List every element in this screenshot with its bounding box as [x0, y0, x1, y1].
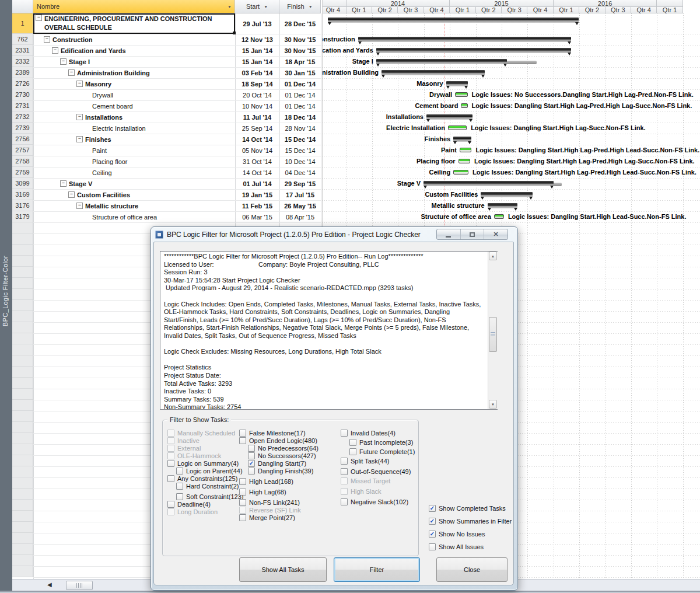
task-name-cell[interactable]: −Custom Facilities [33, 189, 235, 200]
task-start-cell[interactable]: 03 Feb '14 [235, 67, 279, 78]
checkbox-checked[interactable]: ✓ [429, 518, 436, 525]
task-name-cell[interactable]: Paint [33, 145, 235, 156]
task-start-cell[interactable]: 29 Jul '13 [235, 13, 279, 34]
task-start-cell[interactable]: 19 Jan '15 [235, 189, 279, 200]
task-name-cell[interactable]: Cement board [33, 100, 235, 111]
corner-header-cell[interactable] [12, 0, 33, 13]
task-finish-cell[interactable]: 01 Dec '14 [279, 78, 321, 89]
maximize-button[interactable] [461, 229, 485, 239]
checkbox[interactable] [341, 468, 348, 475]
task-finish-cell[interactable]: 30 Nov '15 [279, 34, 321, 45]
summary-bar[interactable] [446, 81, 468, 86]
checkbox[interactable] [239, 430, 246, 437]
checkbox[interactable] [239, 437, 246, 444]
row-id-cell[interactable]: 1 [12, 13, 33, 34]
checkbox-checked[interactable]: ✓ [429, 505, 436, 512]
row-id-cell[interactable]: 3099 [12, 178, 33, 189]
task-finish-cell[interactable]: 04 Dec '14 [279, 167, 321, 178]
minimize-button[interactable] [437, 229, 461, 239]
summary-bar[interactable] [376, 59, 507, 64]
task-finish-cell[interactable]: 29 Sep '15 [279, 178, 321, 189]
checkbox[interactable] [248, 452, 255, 459]
task-name-cell[interactable]: Drywall [33, 89, 235, 100]
task-bar[interactable] [494, 214, 504, 219]
task-bar[interactable] [453, 170, 468, 175]
checkbox[interactable] [167, 501, 174, 508]
checkbox[interactable] [239, 478, 246, 485]
row-id-cell[interactable]: 2731 [12, 100, 33, 111]
summary-bar[interactable] [424, 181, 553, 186]
task-finish-cell[interactable]: 08 Apr '15 [279, 211, 321, 222]
task-name-cell[interactable]: Structure of office area [33, 211, 235, 222]
task-name-cell[interactable]: Placing floor [33, 156, 235, 167]
collapse-icon[interactable]: − [76, 136, 83, 142]
task-start-cell[interactable]: 14 Oct '14 [235, 167, 279, 178]
task-finish-cell[interactable]: 17 Jul '15 [279, 189, 321, 200]
collapse-icon[interactable]: − [68, 191, 75, 198]
collapse-icon[interactable]: − [60, 58, 66, 65]
task-name-cell[interactable]: Ceiling [33, 167, 235, 178]
task-bar[interactable] [459, 159, 470, 163]
summary-bar[interactable] [382, 70, 485, 75]
task-start-cell[interactable]: 12 Nov '13 [235, 34, 279, 45]
task-finish-cell[interactable]: 26 May '15 [279, 200, 321, 211]
checkbox[interactable] [176, 483, 183, 490]
task-finish-cell[interactable]: 30 Nov '15 [279, 45, 321, 56]
summary-bar[interactable] [453, 137, 471, 142]
summary-bar[interactable] [426, 114, 473, 120]
horizontal-scroll-thumb[interactable] [66, 581, 93, 590]
checkbox[interactable] [239, 514, 246, 521]
name-filter-dropdown-icon[interactable]: ▼ [228, 5, 232, 9]
task-bar[interactable] [455, 92, 467, 97]
run-log-textbox[interactable]: ************BPC Logic Filter for Microso… [160, 251, 498, 410]
collapse-icon[interactable]: − [44, 36, 50, 43]
task-finish-cell[interactable]: 01 Dec '14 [279, 89, 321, 100]
task-name-cell[interactable]: −Stage I [33, 56, 235, 67]
task-finish-cell[interactable]: 10 Dec '14 [279, 156, 321, 167]
close-dialog-button[interactable]: Close [436, 557, 508, 582]
task-name-cell[interactable]: −Installations [33, 111, 235, 123]
task-finish-cell[interactable]: 15 Dec '14 [279, 145, 321, 156]
checkbox[interactable] [239, 489, 246, 496]
summary-bar[interactable] [376, 48, 571, 53]
task-name-cell[interactable]: −Stage V [33, 178, 235, 189]
summary-bar[interactable] [488, 203, 518, 208]
column-header-start[interactable]: Start ▼ [235, 0, 279, 13]
task-start-cell[interactable]: 31 Oct '14 [235, 156, 279, 167]
collapse-icon[interactable]: − [60, 180, 66, 187]
row-id-cell[interactable]: 2758 [12, 156, 33, 167]
checkbox[interactable] [239, 499, 246, 506]
task-start-cell[interactable]: 05 Nov '14 [235, 145, 279, 156]
start-filter-dropdown-icon[interactable]: ▼ [264, 5, 268, 9]
task-start-cell[interactable]: 10 Nov '14 [235, 100, 279, 111]
task-start-cell[interactable]: 25 Sep '14 [235, 123, 279, 134]
checkbox[interactable] [341, 430, 348, 437]
row-id-cell[interactable]: 2726 [12, 78, 33, 89]
collapse-icon[interactable]: − [52, 47, 58, 54]
task-finish-cell[interactable]: 15 Dec '14 [279, 134, 321, 145]
column-header-name[interactable]: Nombre ▼ [33, 0, 235, 13]
scroll-left-icon[interactable]: ◀ [47, 581, 52, 588]
checkbox[interactable] [167, 460, 174, 467]
task-start-cell[interactable]: 11 Jul '14 [235, 111, 279, 123]
checkbox[interactable] [349, 448, 356, 455]
checkbox[interactable] [176, 468, 183, 475]
finish-filter-dropdown-icon[interactable]: ▼ [309, 5, 313, 9]
selection-fill-handle[interactable] [233, 32, 236, 34]
checkbox[interactable] [349, 439, 356, 446]
row-id-cell[interactable]: 3169 [12, 189, 33, 200]
task-start-cell[interactable]: 15 Jan '14 [235, 56, 279, 67]
task-name-cell[interactable]: Electric Installation [33, 123, 235, 134]
task-name-cell[interactable]: −Construction [33, 34, 235, 45]
task-finish-cell[interactable]: 18 Dec '14 [279, 111, 321, 123]
summary-bar[interactable] [358, 37, 571, 42]
log-vertical-scrollbar[interactable]: ▲ ▼ [488, 252, 498, 409]
checkbox[interactable] [167, 475, 174, 482]
filter-button[interactable]: Filter [334, 557, 420, 582]
summary-bar[interactable] [481, 192, 532, 197]
checkbox[interactable] [248, 468, 255, 475]
task-start-cell[interactable]: 15 Jan '14 [235, 45, 279, 56]
row-id-cell[interactable]: 762 [12, 34, 33, 45]
checkbox[interactable] [176, 493, 183, 500]
task-bar[interactable] [460, 148, 471, 152]
